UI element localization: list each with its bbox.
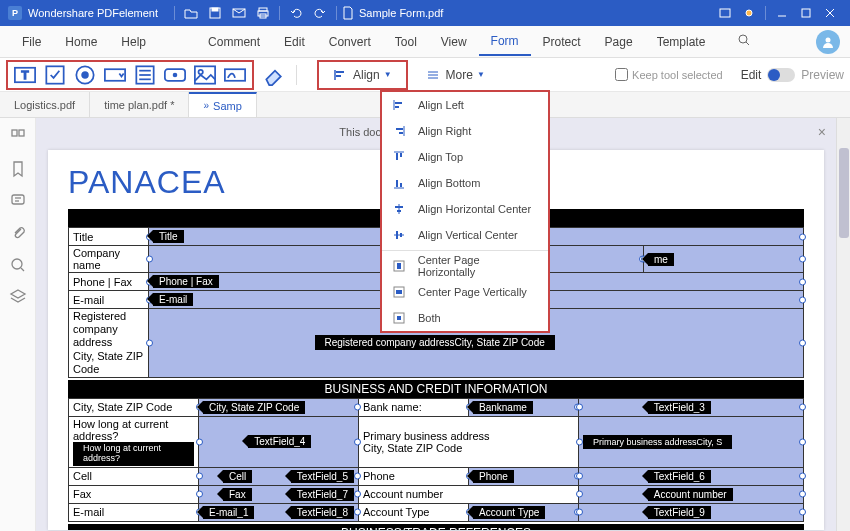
svg-rect-37: [19, 130, 24, 136]
field-bank[interactable]: Bankname: [469, 398, 579, 416]
menu-template[interactable]: Template: [645, 29, 718, 55]
svg-point-14: [826, 37, 831, 42]
menu-file[interactable]: File: [10, 29, 53, 55]
attachments-icon[interactable]: [9, 224, 27, 242]
menu-edit[interactable]: Edit: [272, 29, 317, 55]
edit-preview-toggle[interactable]: Edit Preview: [741, 68, 844, 82]
undo-icon[interactable]: [286, 3, 306, 23]
search-panel-icon[interactable]: [9, 256, 27, 274]
menu-comment[interactable]: Comment: [196, 29, 272, 55]
tab-sample[interactable]: »Samp: [189, 92, 256, 117]
center-page-v-item[interactable]: Center Page Vertically: [382, 279, 548, 305]
text-field-tool[interactable]: T: [12, 62, 38, 88]
field-tf6[interactable]: TextField_6: [579, 467, 804, 485]
tab-timeplan[interactable]: time plan.pdf *: [90, 92, 189, 117]
search-icon[interactable]: [725, 27, 763, 56]
menu-tool[interactable]: Tool: [383, 29, 429, 55]
svg-rect-60: [400, 233, 402, 237]
menu-convert[interactable]: Convert: [317, 29, 383, 55]
field-email2[interactable]: E-mail_1TextField_8: [199, 503, 359, 521]
open-icon[interactable]: [181, 3, 201, 23]
redo-icon[interactable]: [310, 3, 330, 23]
field-acct-type[interactable]: Account Type: [469, 503, 579, 521]
menu-home[interactable]: Home: [53, 29, 109, 55]
align-top-item[interactable]: Align Top: [382, 144, 548, 170]
image-tool[interactable]: [192, 62, 218, 88]
svg-point-41: [12, 259, 22, 269]
maximize-icon[interactable]: [796, 3, 816, 23]
mail-icon[interactable]: [229, 3, 249, 23]
field-phone[interactable]: Phone: [469, 467, 579, 485]
field-company-3[interactable]: me: [644, 246, 804, 273]
svg-rect-1: [212, 8, 218, 11]
menu-view[interactable]: View: [429, 29, 479, 55]
toggle-switch[interactable]: [767, 68, 795, 82]
more-label: More: [446, 68, 473, 82]
theme-icon[interactable]: [739, 3, 759, 23]
svg-rect-53: [396, 180, 398, 187]
svg-rect-62: [397, 263, 401, 269]
field-cell[interactable]: CellTextField_5: [199, 467, 359, 485]
align-dropdown: Align Left Align Right Align Top Align B…: [380, 90, 550, 333]
bookmark-icon[interactable]: [9, 160, 27, 178]
label-reg-zip: City, State ZIP Code: [73, 350, 143, 375]
field-tf3[interactable]: TextField_3: [579, 398, 804, 416]
comments-icon[interactable]: [9, 192, 27, 210]
field-howlong[interactable]: TextField_4: [199, 416, 359, 467]
radio-tool[interactable]: [72, 62, 98, 88]
thumbnails-icon[interactable]: [9, 128, 27, 146]
print-icon[interactable]: [253, 3, 273, 23]
avatar[interactable]: [816, 30, 840, 54]
label-email: E-mail: [69, 291, 149, 309]
menu-form[interactable]: Form: [479, 28, 531, 56]
align-hcenter-item[interactable]: Align Horizontal Center: [382, 196, 548, 222]
field-cityzip[interactable]: City, State ZIP Code: [199, 398, 359, 416]
scrollbar-thumb[interactable]: [839, 148, 849, 238]
label-email2: E-mail: [69, 503, 199, 521]
tab-logistics[interactable]: Logistics.pdf: [0, 92, 90, 117]
eraser-tool[interactable]: [262, 62, 288, 88]
keep-tool-checkbox[interactable]: Keep tool selected: [615, 68, 723, 81]
listbox-tool[interactable]: [132, 62, 158, 88]
vertical-scrollbar[interactable]: [836, 118, 850, 531]
center-page-h-icon: [392, 259, 408, 273]
menu-help[interactable]: Help: [109, 29, 158, 55]
field-fax[interactable]: FaxTextField_7: [199, 485, 359, 503]
close-icon[interactable]: [820, 3, 840, 23]
checkbox-tool[interactable]: [42, 62, 68, 88]
align-vcenter-item[interactable]: Align Vertical Center: [382, 222, 548, 248]
window-icon[interactable]: [715, 3, 735, 23]
field-tf9[interactable]: TextField_9: [579, 503, 804, 521]
center-both-item[interactable]: Both: [382, 305, 548, 331]
menu-page[interactable]: Page: [593, 29, 645, 55]
field-company[interactable]: [149, 246, 396, 273]
svg-rect-45: [395, 106, 399, 108]
notice-close-icon[interactable]: ×: [818, 124, 826, 140]
svg-rect-47: [396, 128, 403, 130]
center-page-h-item[interactable]: Center Page Horizontally: [382, 253, 548, 279]
field-primary[interactable]: Primary business addressCity, S: [579, 416, 804, 467]
svg-rect-9: [802, 9, 810, 17]
svg-rect-64: [396, 290, 402, 294]
layers-icon[interactable]: [9, 288, 27, 306]
field-account[interactable]: Account number: [579, 485, 804, 503]
combobox-tool[interactable]: [102, 62, 128, 88]
menu-protect[interactable]: Protect: [531, 29, 593, 55]
align-bottom-item[interactable]: Align Bottom: [382, 170, 548, 196]
svg-rect-38: [12, 195, 24, 204]
section-trade: BUSINESS/TRADE REFERENCES: [68, 524, 804, 530]
save-icon[interactable]: [205, 3, 225, 23]
doc-title: Sample Form.pdf: [359, 7, 443, 19]
minimize-icon[interactable]: [772, 3, 792, 23]
more-button[interactable]: More ▼: [418, 64, 493, 86]
align-right-item[interactable]: Align Right: [382, 118, 548, 144]
keep-tool-input[interactable]: [615, 68, 628, 81]
button-tool[interactable]: [162, 62, 188, 88]
align-button[interactable]: Align ▼: [325, 64, 400, 86]
align-left-item[interactable]: Align Left: [382, 92, 548, 118]
signature-tool[interactable]: [222, 62, 248, 88]
label-cityzip: City, State ZIP Code: [69, 398, 199, 416]
label-account: Account number: [359, 485, 579, 503]
svg-rect-32: [336, 75, 341, 77]
form-table-2: City, State ZIP Code City, State ZIP Cod…: [68, 398, 804, 522]
